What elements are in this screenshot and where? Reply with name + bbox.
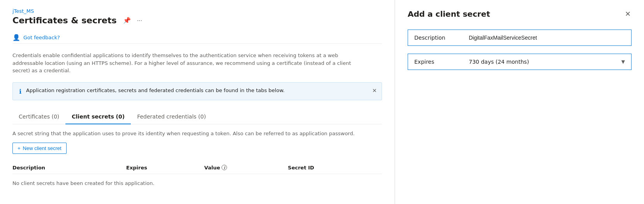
info-banner-text: Application registration certificates, s… bbox=[26, 87, 375, 93]
more-options-button[interactable]: ··· bbox=[135, 16, 144, 25]
pin-icon: 📌 bbox=[123, 17, 131, 24]
info-icon: ℹ️ bbox=[19, 88, 21, 95]
col-secret-id: Secret ID bbox=[288, 162, 382, 174]
info-banner: ℹ️ Application registration certificates… bbox=[12, 82, 382, 100]
tab-client-secrets[interactable]: Client secrets (0) bbox=[65, 110, 131, 124]
new-secret-label: New client secret bbox=[23, 145, 62, 151]
empty-table-row: No client secrets have been created for … bbox=[12, 174, 382, 192]
feedback-label: Got feedback? bbox=[23, 35, 60, 40]
expires-value: 730 days (24 months) bbox=[469, 59, 529, 65]
breadcrumb-link[interactable]: jTest_MS bbox=[12, 8, 34, 14]
col-value: Value i bbox=[204, 162, 288, 174]
expires-field-row: Expires 730 days (24 months) ▼ bbox=[408, 54, 632, 70]
main-content: jTest_MS Certificates & secrets 📌 ··· 👤 … bbox=[0, 0, 395, 204]
page-title: Certificates & secrets bbox=[12, 16, 117, 25]
feedback-bar[interactable]: 👤 Got feedback? bbox=[12, 31, 382, 44]
col-expires: Expires bbox=[126, 162, 204, 174]
description-field-row: Description bbox=[408, 30, 632, 46]
secrets-table: Description Expires Value i Secret ID N bbox=[12, 162, 382, 192]
tab-federated-credentials[interactable]: Federated credentials (0) bbox=[131, 110, 212, 124]
panel-header: Add a client secret ✕ bbox=[408, 9, 632, 19]
description-label: Description bbox=[414, 35, 469, 41]
description-input[interactable] bbox=[469, 35, 625, 41]
info-banner-close-button[interactable]: ✕ bbox=[372, 87, 377, 94]
expires-select-wrapper[interactable]: 730 days (24 months) ▼ bbox=[469, 59, 625, 65]
empty-message: No client secrets have been created for … bbox=[12, 174, 382, 192]
panel-title: Add a client secret bbox=[408, 9, 490, 19]
panel-close-button[interactable]: ✕ bbox=[624, 10, 632, 18]
feedback-icon: 👤 bbox=[12, 34, 20, 41]
side-panel: Add a client secret ✕ Description Expire… bbox=[395, 0, 644, 204]
pin-icon-button[interactable]: 📌 bbox=[121, 16, 132, 25]
client-secrets-description: A secret string that the application use… bbox=[12, 131, 382, 136]
plus-icon: + bbox=[18, 145, 21, 151]
header-icons: 📌 ··· bbox=[121, 16, 144, 25]
ellipsis-icon: ··· bbox=[137, 17, 142, 24]
chevron-down-icon: ▼ bbox=[621, 59, 625, 65]
col-description: Description bbox=[12, 162, 126, 174]
expires-label: Expires bbox=[414, 59, 469, 65]
page-header: Certificates & secrets 📌 ··· bbox=[12, 16, 382, 25]
tabs-container: Certificates (0) Client secrets (0) Fede… bbox=[12, 110, 382, 124]
tab-certificates[interactable]: Certificates (0) bbox=[12, 110, 65, 124]
value-info-icon[interactable]: i bbox=[222, 165, 227, 170]
new-client-secret-button[interactable]: + New client secret bbox=[12, 143, 67, 154]
page-description: Credentials enable confidential applicat… bbox=[12, 52, 363, 75]
